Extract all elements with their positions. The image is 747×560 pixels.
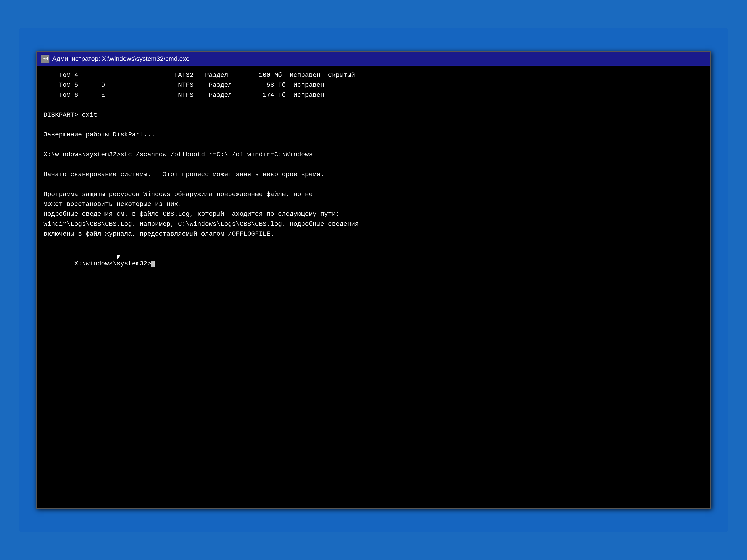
sfc-command-line: X:\windows\system32>sfc /scannow /offboo… — [44, 150, 703, 159]
terminal-body[interactable]: Том 4 FAT32 Раздел 100 Мб Исправен Скрыт… — [36, 65, 711, 508]
mouse-cursor-icon — [117, 255, 120, 260]
sfc-result-line3: Подробные сведения см. в файле CBS.Log, … — [44, 209, 703, 219]
scan-started-msg: Начато сканирование системы. Этот процес… — [44, 169, 703, 179]
empty-line — [44, 160, 703, 169]
empty-line — [44, 120, 703, 130]
sfc-result-line2: может восстановить некоторые из них. — [44, 199, 703, 209]
empty-line — [44, 239, 703, 249]
empty-line — [44, 140, 703, 150]
table-row: Том 5 D NTFS Раздел 58 Гб Исправен — [44, 80, 703, 90]
diskpart-exit-line: DISKPART> exit — [44, 110, 703, 120]
sfc-result-line4: windir\Logs\CBS\CBS.Log. Например, C:\Wi… — [44, 219, 703, 229]
window-title: Администратор: X:\windows\system32\cmd.e… — [52, 55, 189, 62]
cmd-titlebar: C:\ Администратор: X:\windows\system32\c… — [36, 52, 711, 65]
empty-line — [44, 100, 703, 110]
sfc-result-line5: включены в файл журнала, предоставляемый… — [44, 229, 703, 239]
svg-text:C:\: C:\ — [43, 57, 47, 60]
empty-line — [44, 179, 703, 189]
screen-area: C:\ Администратор: X:\windows\system32\c… — [19, 28, 728, 532]
sfc-result-line1: Программа защиты ресурсов Windows обнару… — [44, 189, 703, 199]
table-row: Том 4 FAT32 Раздел 100 Мб Исправен Скрыт… — [44, 70, 703, 80]
cmd-icon: C:\ — [41, 55, 49, 63]
cmd-window: C:\ Администратор: X:\windows\system32\c… — [36, 51, 711, 509]
diskpart-closing-msg: Завершение работы DiskPart... — [44, 130, 703, 139]
current-prompt[interactable]: X:\windows\system32> — [44, 249, 703, 278]
prompt-text: X:\windows\system32> — [74, 260, 151, 267]
cursor-blink — [151, 261, 155, 267]
table-row: Том 6 E NTFS Раздел 174 Гб Исправен — [44, 90, 703, 100]
